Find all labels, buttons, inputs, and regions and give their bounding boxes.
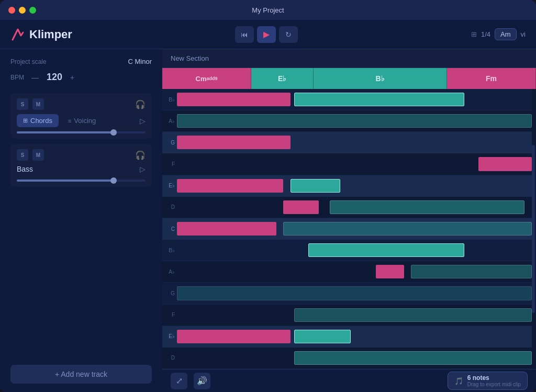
chord-fm[interactable]: Fm (447, 68, 536, 89)
chords-grid-icon: ⊞ (23, 117, 28, 124)
row-f2: F (162, 305, 532, 326)
scrollbar[interactable] (532, 145, 535, 313)
bpm-increase-button[interactable]: + (69, 73, 75, 82)
project-scale-label: Project scale (10, 58, 47, 65)
bass-track-name: Bass (17, 165, 33, 173)
traffic-lights (8, 7, 36, 14)
bpm-decrease-button[interactable]: — (30, 73, 40, 82)
project-scale-row: Project scale C Minor (10, 58, 152, 65)
midi-icon: 🎵 (454, 377, 463, 385)
chords-volume-slider[interactable] (17, 131, 146, 133)
note (478, 157, 532, 171)
row-eb2: E♭ (162, 326, 532, 348)
note (177, 136, 291, 149)
chords-tab[interactable]: ⊞ Chords (17, 114, 59, 127)
chords-headphone-icon[interactable]: 🎧 (135, 99, 146, 109)
window-title: My Project (252, 6, 284, 14)
chords-track: S M 🎧 ⊞ Chords ≡ Voicing ▷ (10, 93, 152, 139)
notes-count: 6 notes (467, 374, 489, 382)
bass-track-header: S M 🎧 (17, 149, 146, 161)
row-g2: G (162, 283, 532, 304)
expand-icon: ⤢ (176, 376, 183, 386)
bass-track: S M 🎧 Bass ▷ (10, 144, 152, 187)
loop-button[interactable]: ↻ (279, 26, 298, 43)
bpm-value: 120 (44, 72, 65, 83)
note (177, 330, 291, 343)
key-badge[interactable]: Am (495, 28, 517, 40)
app-window: My Project Klimper ⏮ ▶ ↻ ⊞ 1/4 Am (0, 0, 536, 392)
note (177, 286, 532, 300)
expand-button[interactable]: ⤢ (171, 373, 187, 389)
row-d1: D (162, 197, 532, 218)
note (330, 200, 525, 214)
bass-play-icon[interactable]: ▷ (140, 165, 146, 173)
project-scale-value: C Minor (128, 58, 152, 65)
note (294, 93, 464, 106)
row-ab2: A♭ (162, 261, 532, 283)
bass-mute-button[interactable]: M (32, 149, 44, 161)
bpm-label: BPM (10, 74, 24, 81)
voicing-lines-icon: ≡ (68, 118, 71, 124)
chords-mute-button[interactable]: M (32, 98, 44, 110)
note (308, 243, 464, 257)
volume-button[interactable]: 🔊 (194, 373, 210, 389)
chord-bb[interactable]: B♭ (314, 68, 447, 89)
add-track-button[interactable]: + Add new track (10, 365, 152, 384)
note (283, 200, 319, 214)
logo-text: Klimper (29, 28, 72, 41)
row-bb1: B♭ (162, 89, 532, 110)
chords-solo-button[interactable]: S (17, 98, 28, 110)
header-right: ⊞ 1/4 Am vi (471, 28, 526, 40)
note (294, 351, 532, 365)
logo: Klimper (10, 27, 72, 42)
logo-icon (10, 27, 25, 42)
row-c1: C (162, 218, 532, 240)
bass-volume-slider[interactable] (17, 180, 146, 182)
piano-roll-grid: B♭ A♭ (162, 89, 536, 369)
play-button[interactable]: ▶ (257, 26, 276, 43)
chords-play-icon[interactable]: ▷ (140, 117, 146, 125)
piano-roll: New Section Cmadd9 E♭ B♭ Fm B♭ (162, 49, 536, 392)
chord-cm[interactable]: Cmadd9 (162, 68, 251, 89)
midi-export-label: Drag to export midi clip (467, 382, 521, 387)
close-button[interactable] (8, 7, 15, 14)
rewind-button[interactable]: ⏮ (235, 26, 254, 43)
note (291, 179, 340, 193)
chords-track-tabs: ⊞ Chords ≡ Voicing ▷ (17, 114, 146, 127)
row-g1: G (162, 132, 532, 153)
titlebar: My Project (0, 0, 536, 20)
section-header: New Section (162, 49, 536, 68)
row-ab1: A♭ (162, 110, 532, 132)
midi-export-badge[interactable]: 🎵 6 notes Drag to export midi clip (448, 372, 528, 390)
note (177, 179, 283, 193)
row-f1: F (162, 153, 532, 175)
note (294, 330, 351, 343)
note (177, 114, 532, 128)
voicing-tab[interactable]: ≡ Voicing (62, 114, 102, 127)
sidebar: Project scale C Minor BPM — 120 + S M 🎧 (0, 49, 162, 392)
sidebar-content: Project scale C Minor BPM — 120 + S M 🎧 (0, 49, 162, 356)
row-d2: D (162, 348, 532, 369)
bass-headphone-icon[interactable]: 🎧 (135, 150, 146, 160)
maximize-button[interactable] (29, 7, 36, 14)
row-bb2: B♭ (162, 240, 532, 261)
bass-solo-button[interactable]: S (17, 149, 28, 161)
note (294, 308, 532, 322)
row-eb1: E♭ (162, 175, 532, 197)
volume-icon: 🔊 (197, 376, 207, 386)
note (376, 265, 404, 278)
note (177, 222, 276, 236)
section-name: New Section (171, 54, 209, 62)
minimize-button[interactable] (19, 7, 26, 14)
note (411, 265, 532, 278)
chords-track-header: S M 🎧 (17, 98, 146, 110)
bpm-row: BPM — 120 + (10, 72, 152, 83)
note (283, 222, 532, 236)
chord-bar: Cmadd9 E♭ B♭ Fm (162, 68, 536, 89)
note (177, 93, 291, 106)
chord-eb[interactable]: E♭ (251, 68, 314, 89)
mode-label: vi (521, 30, 526, 38)
bottom-bar: ⤢ 🔊 🎵 6 notes Drag to export midi clip (162, 369, 536, 392)
time-sig-icon: ⊞ (471, 30, 477, 38)
time-signature: 1/4 (481, 30, 490, 38)
